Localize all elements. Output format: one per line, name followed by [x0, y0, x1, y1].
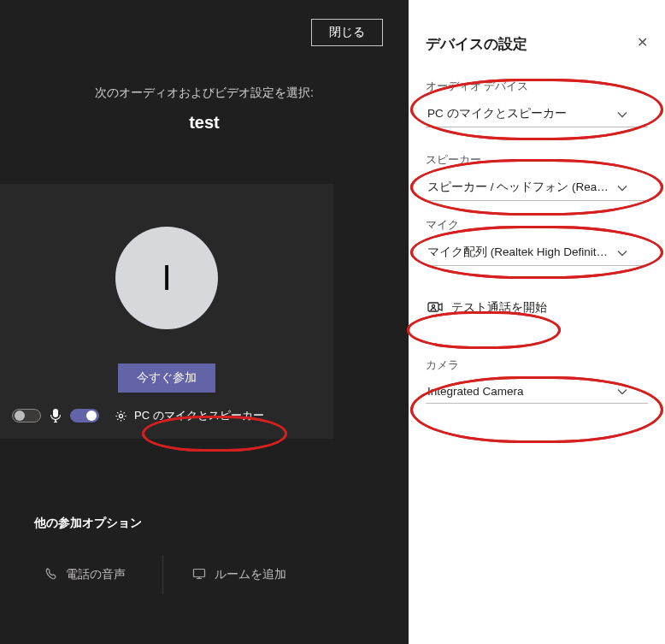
chevron-down-icon: [617, 108, 627, 121]
chevron-down-icon: [617, 181, 627, 194]
add-room-button[interactable]: ルームを追加: [162, 555, 317, 594]
phone-audio-label: 電話の音声: [66, 567, 126, 582]
room-icon: [192, 568, 206, 582]
chevron-down-icon: [617, 246, 627, 259]
mic-value: マイク配列 (Realtek High Definition A...: [427, 245, 610, 260]
camera-group: カメラ Integrated Camera: [426, 358, 648, 404]
other-options-heading: 他の参加オプション: [34, 516, 409, 531]
test-call-button[interactable]: テスト通話を開始: [426, 297, 549, 319]
svg-rect-1: [194, 569, 205, 576]
svg-point-3: [432, 304, 434, 307]
audio-device-select[interactable]: PC のマイクとスピーカー: [426, 101, 648, 127]
camera-toggle[interactable]: [12, 409, 41, 422]
join-now-button[interactable]: 今すぐ参加: [118, 363, 215, 393]
audio-device-picker[interactable]: PC のマイクとスピーカー: [115, 408, 264, 423]
other-options-row: 電話の音声 ルームを追加: [9, 555, 316, 594]
mic-field-label: マイク: [426, 218, 648, 233]
phone-audio-button[interactable]: 電話の音声: [9, 555, 162, 594]
avatar-initial: I: [162, 257, 172, 298]
audio-device-field-label: オーディオ デバイス: [426, 80, 648, 94]
device-settings-panel: デバイスの設定 ✕ オーディオ デバイス PC のマイクとスピーカー スピーカー…: [409, 0, 665, 644]
settings-close-button[interactable]: ✕: [637, 34, 648, 50]
close-icon: ✕: [637, 35, 648, 50]
audio-device-value: PC のマイクとスピーカー: [427, 106, 567, 121]
mic-select[interactable]: マイク配列 (Realtek High Definition A...: [426, 239, 648, 266]
speaker-group: スピーカー スピーカー / ヘッドフォン (Realtek High De...: [426, 153, 648, 201]
speaker-field-label: スピーカー: [426, 153, 648, 168]
gear-icon: [115, 410, 127, 422]
video-preview-card: I 今すぐ参加 PC のマイクとスピーカー: [0, 184, 333, 439]
svg-point-0: [119, 414, 122, 417]
speaker-select[interactable]: スピーカー / ヘッドフォン (Realtek High De...: [426, 174, 648, 201]
chevron-down-icon: [617, 385, 627, 398]
speaker-value: スピーカー / ヘッドフォン (Realtek High De...: [427, 180, 610, 195]
microphone-toggle[interactable]: [70, 409, 99, 422]
close-button[interactable]: 閉じる: [311, 19, 383, 46]
add-room-label: ルームを追加: [215, 567, 286, 582]
camera-value: Integrated Camera: [427, 385, 524, 398]
prejoin-panel: 閉じる 次のオーディオおよびビデオ設定を選択: test I 今すぐ参加 PC …: [0, 0, 409, 644]
device-bar: PC のマイクとスピーカー: [0, 408, 333, 423]
settings-title: デバイスの設定: [426, 34, 648, 54]
meeting-title: test: [0, 113, 409, 133]
camera-field-label: カメラ: [426, 358, 648, 373]
instruction-text: 次のオーディオおよびビデオ設定を選択:: [0, 86, 409, 101]
camera-select[interactable]: Integrated Camera: [426, 380, 648, 404]
microphone-icon[interactable]: [50, 409, 62, 422]
test-call-label: テスト通話を開始: [451, 300, 547, 316]
avatar: I: [115, 227, 218, 329]
audio-device-group: オーディオ デバイス PC のマイクとスピーカー: [426, 80, 648, 127]
test-call-icon: [427, 301, 443, 316]
audio-device-label-text: PC のマイクとスピーカー: [134, 408, 264, 423]
mic-group: マイク マイク配列 (Realtek High Definition A...: [426, 218, 648, 266]
phone-icon: [44, 567, 57, 582]
